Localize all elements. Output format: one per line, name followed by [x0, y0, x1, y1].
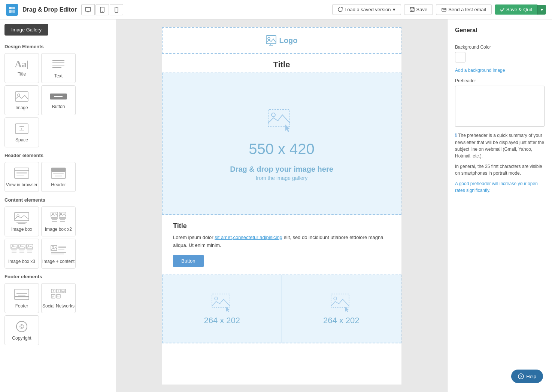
design-elements-title: Design Elements [4, 44, 111, 49]
svg-rect-4 [85, 7, 91, 11]
preheader-tip-text: A good preheader will increase your open… [455, 180, 545, 194]
content-text: Lorem ipsum dolor sit amet,consectetur a… [173, 234, 390, 249]
load-version-arrow: ▾ [393, 7, 395, 12]
content-link[interactable]: sit amet,consectetur adipisicing [215, 235, 282, 240]
element-title[interactable]: Aa| Title [4, 53, 39, 83]
footer-element-icon [13, 288, 30, 301]
svg-rect-32 [51, 168, 66, 172]
social-networks-icon: f t g+ yt in [50, 288, 67, 301]
test-email-button[interactable]: Send a test email [436, 4, 491, 15]
svg-text:?: ? [520, 375, 522, 379]
canvas-area: Logo Title 550 x 420 [116, 19, 447, 392]
help-label: Help [526, 374, 536, 379]
sidebar: Image Gallery Design Elements Aa| Title … [0, 19, 116, 392]
design-elements-grid: Aa| Title Text Image [4, 53, 111, 147]
svg-rect-12 [411, 10, 413, 11]
svg-point-8 [102, 11, 103, 12]
color-field [455, 52, 545, 62]
logo-section[interactable]: Logo [162, 27, 401, 54]
content-elements-title: Content elements [4, 197, 111, 203]
save-quit-button-group: Save & Quit ▾ [495, 4, 546, 15]
save-quit-label: Save & Quit [506, 7, 532, 12]
header-elements-title: Header elements [4, 153, 111, 158]
svg-rect-35 [15, 212, 29, 221]
svg-rect-34 [55, 175, 62, 177]
svg-rect-29 [16, 172, 27, 174]
preheader-textarea[interactable] [455, 86, 545, 127]
element-text[interactable]: Text [41, 53, 76, 83]
main-layout: Image Gallery Design Elements Aa| Title … [0, 19, 552, 392]
save-button[interactable]: Save [404, 4, 433, 15]
image-box-x2-icon [50, 211, 67, 224]
svg-rect-53 [27, 244, 33, 249]
image-drop-section[interactable]: 550 x 420 Drag & drop your image here fr… [162, 73, 401, 215]
element-button[interactable]: Button [41, 85, 76, 115]
desktop-view-button[interactable] [81, 4, 95, 15]
svg-rect-93 [331, 294, 349, 307]
svg-text:f: f [53, 290, 54, 293]
drag-drop-subtext: from the image gallery [256, 175, 308, 181]
element-image-box[interactable]: Image box [4, 206, 39, 236]
bg-color-label: Background Color [455, 45, 545, 50]
svg-point-90 [272, 113, 275, 117]
save-label: Save [416, 7, 428, 12]
save-quit-button[interactable]: Save & Quit [495, 4, 537, 15]
element-view-browser[interactable]: View in browser [4, 162, 39, 192]
image-box-x3-icon [10, 243, 33, 257]
topbar-right: Load a saved version ▾ Save Send a test … [332, 4, 546, 15]
logo-image-icon [266, 35, 276, 46]
image-element-icon [14, 90, 29, 103]
right-panel: General Background Color Add a backgroun… [447, 19, 552, 392]
preheader-label: Preheader [455, 78, 545, 83]
bg-color-swatch[interactable] [455, 52, 465, 62]
element-image[interactable]: Image [4, 85, 39, 115]
image-gallery-button[interactable]: Image Gallery [4, 24, 48, 36]
element-image-content[interactable]: Image + content [41, 239, 76, 269]
svg-rect-19 [15, 92, 28, 101]
element-footer[interactable]: Footer [4, 283, 39, 313]
topbar-left: Drag & Drop Editor [6, 4, 123, 16]
header-elements-grid: View in browser Header [4, 162, 111, 192]
help-icon: ? [518, 373, 524, 379]
element-space[interactable]: Space [4, 117, 39, 147]
title-section[interactable]: Title [162, 54, 401, 73]
preheader-info-text: ℹ The preheader is a quick summary of yo… [455, 132, 545, 159]
element-copyright[interactable]: © Copyright [4, 315, 39, 345]
add-bg-image-link[interactable]: Add a background image [455, 68, 545, 73]
panel-title: General [455, 27, 545, 34]
help-button[interactable]: ? Help [511, 370, 543, 383]
svg-text:in: in [57, 295, 60, 298]
col-left-size: 264 x 202 [204, 316, 240, 325]
content-title: Title [173, 222, 390, 230]
svg-rect-87 [266, 36, 276, 44]
mobile-view-button[interactable] [110, 4, 123, 15]
button-element-icon [49, 91, 68, 102]
element-social-networks[interactable]: f t g+ yt in Social Networks [41, 283, 76, 313]
text-element-icon [51, 58, 66, 71]
copyright-element-icon: © [13, 320, 30, 333]
svg-rect-0 [9, 7, 12, 9]
save-quit-dropdown-button[interactable]: ▾ [537, 5, 546, 15]
svg-rect-71 [15, 289, 29, 300]
load-version-button[interactable]: Load a saved version ▾ [332, 4, 401, 15]
email-cta-button[interactable]: Button [173, 255, 204, 267]
content-section[interactable]: Title Lorem ipsum dolor sit amet,consect… [162, 215, 401, 275]
email-title: Title [173, 60, 390, 70]
svg-rect-89 [268, 110, 290, 127]
logo-text: Logo [279, 36, 298, 45]
email-canvas: Logo Title 550 x 420 [162, 27, 401, 385]
footer-elements-title: Footer elements [4, 274, 111, 279]
view-browser-icon [13, 166, 30, 180]
col-left[interactable]: 264 x 202 [163, 275, 282, 343]
col-right[interactable]: 264 x 202 [282, 275, 401, 343]
element-image-box-x2[interactable]: Image box x2 [41, 206, 76, 236]
header-element-icon [50, 166, 67, 180]
element-header[interactable]: Header [41, 162, 76, 192]
svg-text:yt: yt [52, 295, 54, 298]
tablet-view-button[interactable] [95, 4, 109, 15]
two-col-section[interactable]: 264 x 202 264 x 202 [162, 275, 401, 343]
image-size-label: 550 x 420 [249, 141, 315, 157]
element-image-box-x3[interactable]: Image box x3 [4, 239, 39, 269]
test-email-label: Send a test email [448, 7, 486, 12]
svg-rect-1 [12, 7, 15, 9]
